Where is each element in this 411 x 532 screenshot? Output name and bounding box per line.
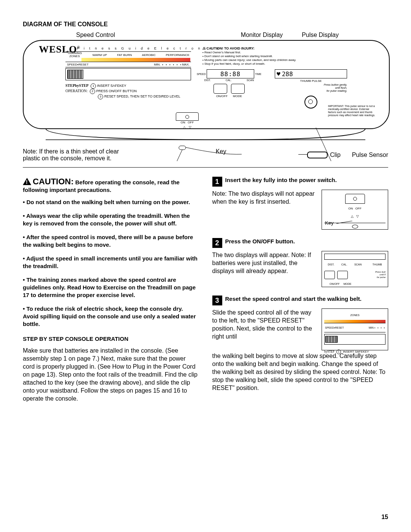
- seven-segment-main: 88:88: [207, 69, 255, 78]
- callout-clip: Clip: [330, 152, 341, 158]
- note-clear-sheet: Note: If there is a thin sheet of clear …: [23, 148, 137, 162]
- top-callouts: Speed Control Monitor Display Pulse Disp…: [23, 32, 388, 38]
- onoff-button[interactable]: [213, 84, 227, 94]
- diagram-footer: Note: If there is a thin sheet of clear …: [23, 148, 388, 162]
- power-switch[interactable]: ON OFF △ ▽: [176, 112, 199, 129]
- console-diagram: WESLO® F i t n e s s G u i d e E l e c t…: [23, 40, 388, 129]
- monitor-display-panel: SPEED 88:88 TIME DIST.CAL.SCAN ON/OFFMOD…: [197, 69, 261, 98]
- step-number-2: 2: [212, 238, 222, 248]
- caution-block: CAUTION: Before operating the console, r…: [23, 177, 199, 193]
- figure-step-3: ZONES SPEED•RESET MIN • • • • bySTEP 1 I…: [322, 308, 388, 350]
- figure-step-2: DIST.CAL.SCAN THUMB Press buttuntil flfo…: [322, 251, 388, 287]
- pulse-panel: ♥ 288 THUMB PULSE Press button gently, u…: [275, 69, 347, 109]
- svg-line-7: [336, 221, 352, 224]
- section-title: DIAGRAM OF THE CONSOLE: [23, 21, 388, 28]
- tagline: F i t n e s s G u i d e E l e c t r o n …: [77, 46, 220, 50]
- callout-key: Key: [194, 148, 248, 162]
- page-number: 15: [381, 514, 388, 521]
- thumb-pulse-sensor[interactable]: [304, 96, 317, 109]
- divider: [23, 167, 388, 168]
- step-by-step-legend: STEPbySTEP 1INSERT SAFEKEY OPERATION: 2P…: [65, 83, 191, 99]
- important-note: IMPORTANT: This pulse sensor is not a me…: [328, 105, 378, 117]
- speed-slider[interactable]: [65, 68, 191, 80]
- speed-control-panel: TRAININGZONES WARM UP FAT BURN AEROBIC P…: [65, 51, 191, 99]
- mode-button[interactable]: [231, 84, 245, 94]
- step-number-3: 3: [212, 296, 222, 305]
- clip-icon: [307, 152, 328, 158]
- step-intro-text: Make sure that batteries are installed i…: [23, 347, 199, 403]
- training-zone-gradient: [81, 58, 190, 62]
- warning-triangle-icon: [23, 178, 31, 185]
- left-column: CAUTION: Before operating the console, r…: [23, 177, 199, 403]
- step-3: 3 Reset the speed control and start the …: [212, 296, 389, 392]
- callout-pulse-display: Pulse Display: [302, 32, 339, 38]
- callout-monitor-display: Monitor Display: [241, 32, 283, 38]
- panel-caution-text: ⚠ CAUTION! TO AVOID INJURY: • Read Owner…: [202, 46, 309, 66]
- right-column: 1 Insert the key fully into the power sw…: [212, 177, 389, 403]
- step-number-1: 1: [212, 177, 222, 187]
- slider-knob-icon[interactable]: [67, 70, 83, 79]
- figure-step-1: ON OFF △ ▽ Key: [322, 190, 388, 230]
- heart-icon: ♥: [277, 70, 280, 78]
- pulse-display-segment: ♥ 288: [275, 69, 347, 78]
- step-2: 2 Press the ON/OFF button. The two displ…: [212, 238, 389, 287]
- precautions-list: Do not stand on the walking belt when tu…: [23, 198, 199, 328]
- callout-pulse-sensor: Pulse Sensor: [352, 152, 388, 158]
- step-section-title: STEP BY STEP CONSOLE OPERATION: [23, 335, 199, 342]
- callout-speed-control: Speed Control: [76, 32, 115, 38]
- step-1: 1 Insert the key fully into the power sw…: [212, 177, 389, 230]
